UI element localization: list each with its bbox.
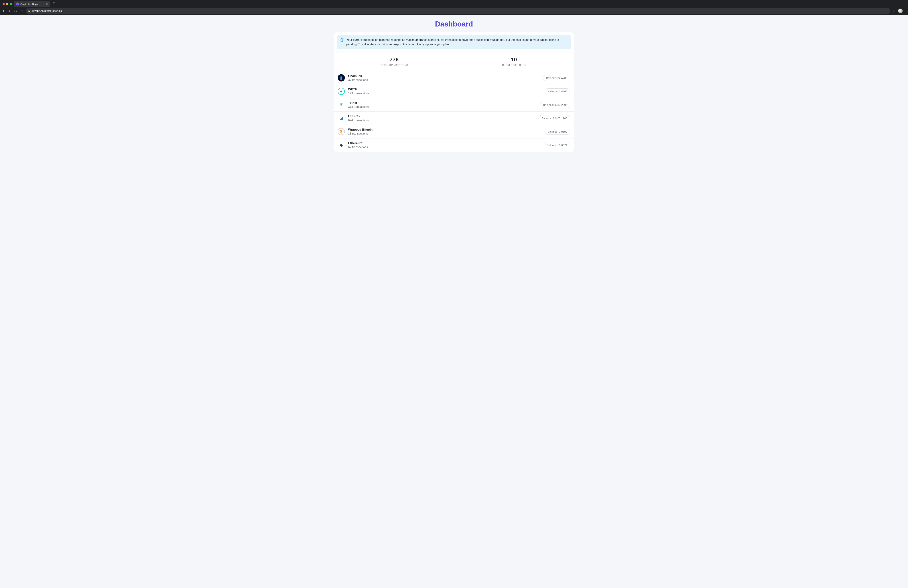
forward-button[interactable]	[8, 9, 11, 13]
currency-row[interactable]: ₿ Wrapped Bitcoin 33 transactions Balanc…	[334, 125, 574, 138]
coin-transactions: 33 transactions	[348, 132, 541, 135]
balance-pill: Balance: 1.8262	[545, 88, 570, 94]
coin-transactions: 37 transactions	[348, 79, 540, 82]
stat-value: 776	[336, 56, 452, 63]
tab-title: Crypto Tax Report	[20, 3, 39, 5]
back-button[interactable]	[2, 9, 5, 13]
info-icon: i	[340, 38, 344, 42]
window-maximize-dot[interactable]	[10, 3, 12, 5]
address-bar[interactable]: myapp.cryptotaxreport.co	[26, 8, 890, 14]
browser-chrome: Crypto Tax Report ✕ + myapp.cryptota	[0, 0, 908, 15]
home-button[interactable]	[20, 9, 24, 13]
stat-currencies-held: 10 CURRENCIES HELD	[454, 53, 574, 71]
window-minimize-dot[interactable]	[6, 3, 8, 5]
balance-pill: Balance: 22405.1105	[538, 115, 570, 121]
stat-label: CURRENCIES HELD	[456, 64, 572, 66]
coin-icon: ◆	[338, 141, 345, 149]
window-controls	[2, 3, 14, 7]
coin-icon: ●	[338, 88, 345, 95]
coin-name: WETH	[348, 88, 541, 91]
coin-name: USD Coin	[348, 114, 535, 118]
balance-pill: Balance: -0.0971	[544, 142, 570, 148]
profile-avatar[interactable]	[898, 8, 903, 13]
alert-message: Your current subscription plan has reach…	[346, 38, 568, 47]
stats-row: 776 TOTAL TRANSACTIONS 10 CURRENCIES HEL…	[334, 52, 574, 71]
tab-bar: Crypto Tax Report ✕ +	[0, 0, 908, 7]
coin-transactions: 624 transactions	[348, 119, 535, 122]
browser-tab[interactable]: Crypto Tax Report ✕	[14, 1, 50, 7]
currency-row[interactable]: ₮ Tether 318 transactions Balance: 3382.…	[334, 98, 574, 111]
stat-value: 10	[456, 56, 572, 63]
stat-label: TOTAL TRANSACTIONS	[336, 64, 452, 66]
currency-row[interactable]: ▮ Chainlink 37 transactions Balance: 32.…	[334, 71, 574, 85]
upgrade-alert: i Your current subscription plan has rea…	[337, 35, 571, 49]
coin-icon: ₮	[338, 101, 345, 108]
balance-pill: Balance: 3382.2906	[540, 102, 570, 108]
browser-menu-icon[interactable]	[906, 10, 906, 12]
reload-button[interactable]	[14, 9, 18, 13]
dashboard-card: i Your current subscription plan has rea…	[334, 32, 574, 152]
coin-name: Tether	[348, 101, 537, 105]
coin-name: Chainlink	[348, 74, 540, 78]
stat-total-transactions: 776 TOTAL TRANSACTIONS	[334, 53, 454, 71]
coin-transactions: 67 transactions	[348, 146, 541, 149]
coin-icon: ▮	[338, 74, 345, 82]
page: Dashboard i Your current subscription pl…	[0, 15, 908, 152]
currency-row[interactable]: ◆ Ethereum 67 transactions Balance: -0.0…	[334, 138, 574, 152]
coin-transactions: 318 transactions	[348, 105, 537, 109]
url-text: myapp.cryptotaxreport.co	[32, 10, 62, 12]
currency-row[interactable]: ● WETH 179 transactions Balance: 1.8262	[334, 85, 574, 98]
currency-list: ▮ Chainlink 37 transactions Balance: 32.…	[334, 71, 574, 152]
coin-icon: ◢	[338, 114, 345, 122]
toolbar: myapp.cryptotaxreport.co ☆	[0, 7, 908, 15]
tab-favicon	[16, 3, 19, 5]
page-title: Dashboard	[0, 15, 908, 32]
coin-name: Ethereum	[348, 141, 541, 145]
balance-pill: Balance: 32.4736	[543, 75, 570, 81]
window-close-dot[interactable]	[3, 3, 5, 5]
currency-row[interactable]: ◢ USD Coin 624 transactions Balance: 224…	[334, 111, 574, 125]
coin-name: Wrapped Bitcoin	[348, 128, 541, 132]
coin-transactions: 179 transactions	[348, 92, 541, 95]
lock-icon	[28, 10, 31, 12]
coin-icon: ₿	[338, 128, 345, 135]
balance-pill: Balance: 0.0197	[545, 129, 570, 135]
tab-close-icon[interactable]: ✕	[46, 3, 48, 5]
new-tab-button[interactable]: +	[50, 1, 57, 6]
bookmark-star-icon[interactable]: ☆	[893, 9, 895, 13]
